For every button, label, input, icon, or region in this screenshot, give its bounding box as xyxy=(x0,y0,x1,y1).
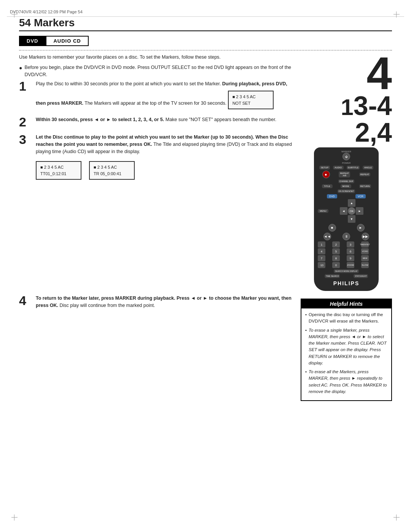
onscreen-button[interactable]: ON SCREEN/SET xyxy=(338,189,355,193)
subtitle-button[interactable]: SUBTITLE xyxy=(347,166,360,169)
remote-row-rec: ⏺ REPEATA/B REPEAT xyxy=(318,171,375,178)
hint-bullet-1: • xyxy=(305,312,307,325)
num-5[interactable]: 5 xyxy=(332,248,340,254)
step-3-content: Let the Disc continue to play to the poi… xyxy=(36,134,293,181)
display-icon-1: ■ 2 3 4 5 AC xyxy=(233,94,269,100)
stop-button[interactable]: ■ xyxy=(328,224,336,232)
zoom-btn[interactable]: ZOOM xyxy=(347,262,354,268)
step-4-content: To return to the Marker later, press MAR… xyxy=(36,295,293,309)
num-1[interactable]: 1 xyxy=(318,241,325,248)
remote-row-onscreen: ON SCREEN/SET xyxy=(318,189,375,193)
num-10[interactable]: ·10 xyxy=(318,262,325,268)
big-num-34: 3-4 xyxy=(354,93,392,119)
num-4[interactable]: 4 xyxy=(318,248,325,254)
helpful-hints-box: Helpful Hints • Opening the disc tray or… xyxy=(301,299,392,401)
big-num-4: 4 xyxy=(301,54,392,93)
num-9[interactable]: 9 xyxy=(347,255,354,261)
rew-button[interactable]: ◄◄ xyxy=(323,233,331,240)
marker-label: MARKER xyxy=(318,150,375,153)
remote-row-chskip: CHANNEL SKIP xyxy=(318,179,375,183)
angle-button[interactable]: ANGLE xyxy=(363,166,373,169)
big-num-row2: 1 3-4 xyxy=(301,93,392,119)
search-mode-btn[interactable]: SEARCH MODE DISPLAY xyxy=(334,269,358,273)
num-2[interactable]: 2 xyxy=(332,241,340,248)
rec-button[interactable]: ⏺ xyxy=(322,171,330,178)
remote-top: MARKER ⏻ POWER xyxy=(318,150,375,164)
step-2-number: 2 xyxy=(19,115,33,128)
step-1-text-normal: Play the Disc to within 30 seconds prior… xyxy=(36,81,222,86)
menu-button[interactable]: MENU xyxy=(318,209,328,213)
vod-btn[interactable]: VCR/D xyxy=(361,248,369,254)
vcr-button[interactable]: VCR xyxy=(355,194,366,198)
num-6[interactable]: 6 xyxy=(347,248,354,254)
display-box-1: ■ 2 3 4 5 AC NOT SET xyxy=(228,91,274,109)
power-label: POWER xyxy=(318,162,375,164)
tabs-bar: DVD AUDIO CD xyxy=(19,36,392,46)
return-button[interactable]: RETURN xyxy=(359,184,371,188)
display-line2-1: NOT SET xyxy=(233,100,269,107)
bullet-dot: ● xyxy=(19,64,22,78)
ok-button[interactable]: OK xyxy=(348,207,355,215)
dotted-separator xyxy=(19,50,392,51)
nav-right[interactable]: ► xyxy=(356,207,363,215)
big-num-24: 2,4 xyxy=(301,119,392,146)
remote-control-wrap: MARKER ⏻ POWER SETUP AUDIO SUBTITLE ANGL… xyxy=(301,147,392,291)
num-3[interactable]: 3 xyxy=(347,241,354,248)
tab-audio-cd[interactable]: AUDIO CD xyxy=(46,36,88,46)
nav-up[interactable]: ▲ xyxy=(348,199,355,207)
tab-dvd[interactable]: DVD xyxy=(19,36,46,46)
remote-row-menu: MENU ▲ ◄ OK ► ▼ xyxy=(318,199,375,223)
title-button[interactable]: TITLE xyxy=(322,184,333,188)
mode-button[interactable]: MODE xyxy=(341,184,351,188)
nav-left[interactable]: ◄ xyxy=(340,207,347,215)
channel-skip-button[interactable]: CHANNEL SKIP xyxy=(338,179,355,183)
step-2: 2 Within 30 seconds, press ◄ or ► to sel… xyxy=(19,116,293,128)
repeat-button[interactable]: REPEAT xyxy=(359,173,371,176)
audio-button[interactable]: AUDIO xyxy=(333,166,344,169)
step-3-number: 3 xyxy=(19,133,33,146)
num-7[interactable]: 7 xyxy=(318,255,325,261)
right-column: 4 1 3-4 2,4 MARKER ⏻ POWER SET xyxy=(301,54,392,291)
corner-cross-bl xyxy=(11,514,18,521)
step-4-normal: Disc play will continue from the marked … xyxy=(58,303,155,308)
dvd-button[interactable]: DVD xyxy=(327,194,337,198)
remote-row-search: SEARCH MODE DISPLAY xyxy=(318,269,375,273)
step-2-normal: Make sure "NOT SET" appears beneath the … xyxy=(164,117,276,122)
number-pad: 1 2 3 TIMER/SET 4 5 6 VCR/D 7 8 9 MEM ·1… xyxy=(318,241,375,268)
step-3: 3 Let the Disc continue to play to the p… xyxy=(19,134,293,181)
slow-btn[interactable]: SLOW xyxy=(361,262,369,268)
memory-btn[interactable]: MEM xyxy=(361,255,369,261)
remote-row-title: TITLE MODE RETURN xyxy=(318,184,375,188)
bullet-text: Before you begin, place the DVD/VCR in D… xyxy=(24,64,293,78)
hint-text-2: To erase a single Marker, press MARKER, … xyxy=(309,328,387,365)
step-4-number: 4 xyxy=(19,294,33,307)
num-0[interactable]: 0 xyxy=(332,262,340,268)
setup-button[interactable]: SETUP xyxy=(319,166,330,169)
step-1-content: Play the Disc to within 30 seconds prior… xyxy=(36,80,293,111)
time-search-btn[interactable]: TIME SEARCH xyxy=(325,274,340,278)
step-1-number: 1 xyxy=(19,80,33,93)
step4-right: Helpful Hints • Opening the disc tray or… xyxy=(301,295,392,401)
pause-button[interactable]: ⏸ xyxy=(342,233,350,240)
power-button[interactable]: ⏻ xyxy=(342,153,350,160)
play-button[interactable]: ► xyxy=(357,224,365,232)
hint-bullet-3: • xyxy=(305,369,307,395)
ff-button[interactable]: ▶▶ xyxy=(362,233,369,240)
bullet-item: ● Before you begin, place the DVD/VCR in… xyxy=(19,64,293,78)
hint-text-3: To erase all the Markers, press MARKER, … xyxy=(309,369,387,394)
status-exit-btn[interactable]: STATUS/EXIT xyxy=(354,274,368,278)
hints-title: Helpful Hints xyxy=(301,299,391,308)
big-num-1: 1 xyxy=(341,96,353,119)
hint-bullet-2: • xyxy=(305,327,307,367)
nav-down[interactable]: ▼ xyxy=(348,215,355,223)
repeat-ab-button[interactable]: REPEATA/B xyxy=(339,171,350,177)
step4-left: 4 To return to the Marker later, press M… xyxy=(19,295,293,401)
header-text: DVD740VR 4/12/02 12:09 PM Page 54 xyxy=(10,10,83,14)
step-1: 1 Play the Disc to within 30 seconds pri… xyxy=(19,80,293,111)
num-8[interactable]: 8 xyxy=(332,255,340,261)
display-row-3: ■ 2 3 4 5 AC TT01_0:12:01 ■ 2 3 4 5 AC T… xyxy=(36,158,293,181)
remote-row-time: TIME SEARCH STATUS/EXIT xyxy=(318,274,375,278)
nav-cross: ▲ ◄ OK ► ▼ xyxy=(340,199,363,223)
timer-set-btn[interactable]: TIMER/SET xyxy=(361,241,369,248)
hints-content: • Opening the disc tray or turning off t… xyxy=(301,308,391,400)
